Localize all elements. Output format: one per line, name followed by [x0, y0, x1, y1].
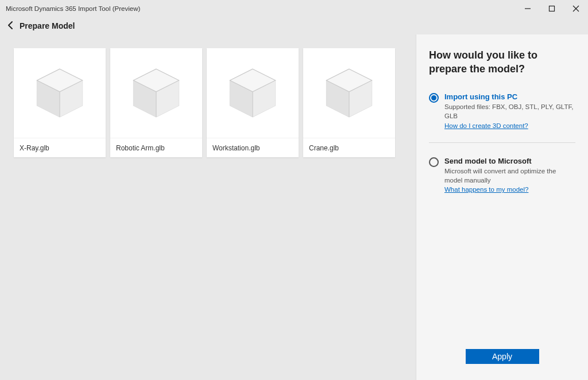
window-controls	[516, 0, 588, 17]
close-button[interactable]	[564, 0, 588, 17]
option-help-link[interactable]: How do I create 3D content?	[444, 122, 528, 129]
panel-heading: How would you like to prepare the model?	[429, 48, 575, 76]
svg-rect-1	[550, 6, 555, 11]
option-description: Microsoft will convert and optimize the …	[444, 167, 575, 185]
minimize-button[interactable]	[516, 0, 540, 17]
model-grid: X-Ray.glb Robotic Arm.glb	[14, 48, 402, 157]
cube-icon	[221, 61, 284, 125]
model-filename: Workstation.glb	[207, 138, 299, 157]
model-card[interactable]: Workstation.glb	[207, 48, 299, 157]
model-grid-area: X-Ray.glb Robotic Arm.glb	[0, 34, 416, 380]
option-title: Import using this PC	[444, 92, 575, 102]
model-card[interactable]: Robotic Arm.glb	[110, 48, 202, 157]
page-title: Prepare Model	[20, 21, 75, 30]
model-filename: X-Ray.glb	[14, 138, 106, 157]
divider	[429, 142, 575, 143]
option-help-link[interactable]: What happens to my model?	[444, 186, 528, 193]
model-thumbnail	[303, 48, 395, 138]
preparation-panel: How would you like to prepare the model?…	[416, 34, 588, 380]
back-arrow-icon[interactable]	[6, 21, 15, 32]
maximize-button[interactable]	[540, 0, 564, 17]
option-title: Send model to Microsoft	[444, 157, 575, 166]
cube-icon	[28, 61, 91, 125]
radio-unselected-icon[interactable]	[429, 157, 439, 167]
content-area: X-Ray.glb Robotic Arm.glb	[0, 34, 588, 380]
radio-selected-icon[interactable]	[429, 93, 439, 103]
model-filename: Crane.glb	[303, 138, 395, 157]
cube-icon	[125, 61, 188, 125]
model-card[interactable]: Crane.glb	[303, 48, 395, 157]
model-thumbnail	[207, 48, 299, 138]
option-import-pc[interactable]: Import using this PC Supported files: FB…	[429, 89, 575, 140]
model-card[interactable]: X-Ray.glb	[14, 48, 106, 157]
model-thumbnail	[14, 48, 106, 138]
title-bar: Microsoft Dynamics 365 Import Tool (Prev…	[0, 0, 588, 17]
page-header: Prepare Model	[0, 17, 588, 34]
option-send-microsoft[interactable]: Send model to Microsoft Microsoft will c…	[429, 153, 575, 204]
model-thumbnail	[110, 48, 202, 138]
apply-button[interactable]: Apply	[466, 349, 539, 364]
cube-icon	[318, 61, 381, 125]
model-filename: Robotic Arm.glb	[110, 138, 202, 157]
window-title: Microsoft Dynamics 365 Import Tool (Prev…	[6, 5, 140, 12]
option-description: Supported files: FBX, OBJ, STL, PLY, GLT…	[444, 103, 575, 121]
